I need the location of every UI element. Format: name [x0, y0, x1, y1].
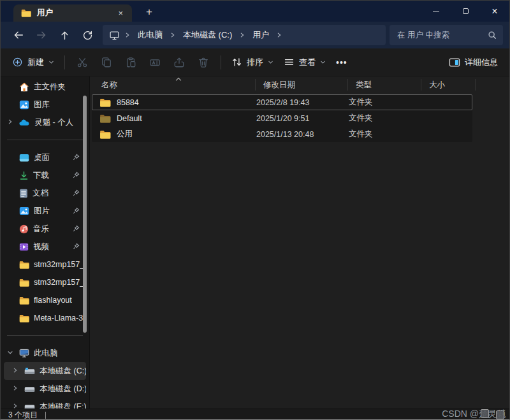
new-button-label: 新建: [27, 57, 44, 68]
sidebar-item-documents[interactable]: 文档: [4, 184, 86, 202]
rename-button[interactable]: [143, 52, 167, 73]
pin-icon: [73, 171, 80, 178]
sidebar-item-local-disk-d[interactable]: 本地磁盘 (D:): [4, 380, 86, 398]
sidebar-item-videos[interactable]: 视频: [4, 238, 86, 256]
tab-title: 用户: [37, 8, 110, 18]
gallery-icon: [19, 100, 29, 110]
tab-bar: 用户 × + ×: [1, 1, 509, 22]
sidebar-item-label: 本地磁盘 (C:): [40, 366, 86, 377]
sidebar-item-this-pc[interactable]: 此电脑: [4, 344, 86, 362]
breadcrumb-local-disk-c[interactable]: 本地磁盘 (C:): [180, 28, 235, 42]
cut-button[interactable]: [70, 52, 94, 73]
share-button[interactable]: [167, 52, 191, 73]
search-icon: [488, 31, 497, 40]
sidebar-item-folder[interactable]: stm32mp157_l: [4, 273, 86, 291]
sidebar-item-local-disk-c[interactable]: 本地磁盘 (C:): [4, 362, 86, 380]
breadcrumb[interactable]: 此电脑 本地磁盘 (C:) 用户: [103, 25, 386, 45]
file-date: 2025/1/20 9:51: [256, 114, 349, 123]
view-button[interactable]: 查看: [279, 53, 331, 72]
sort-button[interactable]: 排序: [226, 53, 279, 72]
file-row-default[interactable]: Default 2025/1/20 9:51 文件夹: [92, 110, 472, 126]
file-rows: 85884 2025/2/8 19:43 文件夹 Default 2025/1/…: [90, 93, 509, 142]
file-type: 文件夹: [349, 129, 422, 140]
tab-users[interactable]: 用户 ×: [13, 4, 132, 22]
plus-circle-icon: [12, 57, 23, 68]
view-list-icon: [284, 57, 295, 68]
column-header-name[interactable]: 名称: [90, 79, 256, 91]
file-row-public[interactable]: 公用 2025/1/13 20:48 文件夹: [92, 126, 472, 142]
rename-icon: [149, 57, 161, 68]
pin-icon: [73, 225, 80, 232]
more-options-button[interactable]: •••: [331, 54, 353, 71]
folder-icon: [19, 279, 29, 287]
sidebar-item-local-disk-e[interactable]: 本地磁盘 (E:): [4, 398, 86, 409]
chevron-right-icon: [7, 119, 13, 125]
file-explorer-window: 用户 × + × 此电脑 本地磁盘 (C:): [0, 0, 510, 420]
back-button[interactable]: [7, 25, 30, 45]
toolbar-divider: [221, 55, 221, 69]
column-header-type[interactable]: 类型: [348, 79, 421, 91]
up-button[interactable]: [53, 25, 76, 45]
file-row-85884[interactable]: 85884 2025/2/8 19:43 文件夹: [92, 94, 472, 110]
refresh-icon: [82, 30, 93, 41]
copy-button[interactable]: [94, 52, 119, 73]
new-button[interactable]: 新建: [7, 53, 59, 72]
maximize-button[interactable]: [451, 1, 480, 22]
pin-icon: [73, 243, 80, 250]
pin-icon: [73, 207, 80, 214]
details-pane-icon: [449, 57, 460, 68]
documents-icon: [19, 189, 28, 198]
sidebar-item-pictures[interactable]: 图片: [4, 202, 86, 220]
onedrive-icon: [19, 119, 30, 126]
search-input[interactable]: 在 用户 中搜索: [390, 25, 503, 45]
sidebar-item-folder[interactable]: flashlayout: [4, 291, 86, 309]
delete-button[interactable]: [191, 52, 215, 73]
tab-close-icon[interactable]: ×: [115, 8, 126, 18]
this-pc-icon: [19, 349, 29, 358]
sidebar-scrollbar[interactable]: [83, 96, 87, 333]
sidebar-item-folder[interactable]: Meta-Llama-3.: [4, 309, 86, 327]
sidebar-item-onedrive[interactable]: 灵魈 - 个人: [4, 113, 86, 131]
column-header-size[interactable]: 大小: [421, 79, 476, 91]
details-pane-button[interactable]: 详细信息: [444, 53, 503, 72]
sidebar-item-music[interactable]: 音乐: [4, 220, 86, 238]
sidebar-item-home[interactable]: 主文件夹: [4, 78, 86, 96]
address-bar: 此电脑 本地磁盘 (C:) 用户 在 用户 中搜索: [1, 22, 509, 48]
window-controls: ×: [421, 1, 509, 22]
drive-icon: [24, 385, 35, 393]
file-date: 2025/2/8 19:43: [256, 98, 349, 107]
column-header-date[interactable]: 修改日期: [256, 79, 348, 91]
maximize-icon: [463, 8, 469, 14]
sidebar-divider: [7, 335, 83, 336]
overlay-icon: [481, 409, 489, 418]
chevron-down-icon: [320, 59, 326, 65]
paste-button[interactable]: [119, 52, 143, 73]
new-tab-button[interactable]: +: [146, 6, 152, 18]
folder-icon: [21, 9, 31, 17]
forward-button[interactable]: [30, 25, 53, 45]
chevron-right-icon: [12, 403, 18, 409]
chevron-down-icon: [268, 59, 273, 65]
status-bar: 3 个项目 CSDN @楚灵魈: [1, 409, 509, 420]
chevron-down-icon: [7, 349, 13, 356]
folder-icon: [99, 98, 111, 107]
minimize-button[interactable]: [421, 1, 451, 22]
back-icon: [13, 29, 24, 41]
sidebar-item-label: stm32mp157_u: [34, 260, 86, 269]
sidebar-item-gallery[interactable]: 图库: [4, 96, 86, 113]
sidebar-item-desktop[interactable]: 桌面: [4, 148, 86, 166]
sidebar-item-label: 本地磁盘 (D:): [40, 384, 86, 395]
close-button[interactable]: ×: [480, 1, 509, 22]
more-icon: •••: [336, 57, 347, 68]
sidebar-item-label: 图库: [34, 99, 50, 110]
sidebar-item-downloads[interactable]: 下载: [4, 166, 86, 184]
file-name: 公用: [117, 129, 133, 140]
content-area: 主文件夹 图库 灵魈 - 个人 桌面: [1, 76, 509, 409]
sort-icon: [231, 57, 242, 68]
breadcrumb-users[interactable]: 用户: [250, 28, 272, 42]
trash-icon: [198, 57, 209, 68]
breadcrumb-this-pc[interactable]: 此电脑: [135, 28, 165, 42]
sidebar-item-folder[interactable]: stm32mp157_u: [4, 256, 86, 273]
refresh-button[interactable]: [76, 25, 99, 45]
status-divider: [45, 412, 46, 419]
